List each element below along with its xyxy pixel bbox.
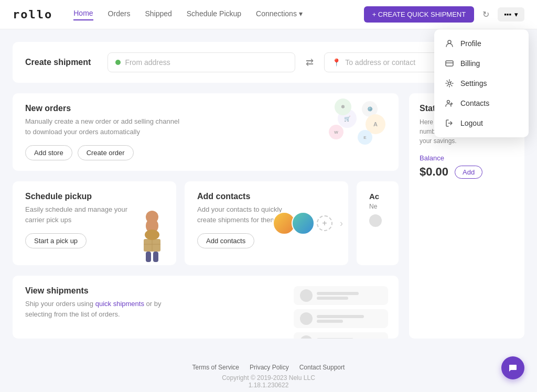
nav-schedule-pickup[interactable]: Schedule Pickup	[187, 9, 241, 20]
quick-shipments-link[interactable]: quick shipments	[95, 300, 144, 308]
nav-connections[interactable]: Connections ▾	[256, 9, 303, 20]
profile-label: Profile	[460, 39, 481, 48]
view-shipments-card: View shipments Ship your orders using qu…	[13, 276, 399, 339]
feature-cards-row: Schedule pickup Easily schedule and mana…	[13, 181, 399, 265]
shipment-avatar-1	[300, 289, 313, 302]
version-text: 1.18.1.230622	[13, 382, 524, 389]
footer: Terms of Service Privacy Policy Contact …	[0, 351, 537, 392]
schedule-pickup-title: Schedule pickup	[25, 192, 129, 201]
new-orders-title: New orders	[25, 104, 386, 113]
svg-point-4	[447, 101, 450, 103]
add-contacts-button[interactable]: Add contacts	[197, 233, 254, 248]
user-menu-button[interactable]: ▪▪▪ ▾	[498, 7, 524, 21]
shipment-lines-1	[317, 292, 359, 300]
third-card-icon	[369, 214, 382, 227]
chat-icon	[508, 363, 518, 373]
shipment-preview-row-3	[294, 332, 388, 339]
nav-orders[interactable]: Orders	[108, 9, 131, 20]
nav-links: Home Orders Shipped Schedule Pickup Conn…	[73, 9, 363, 20]
shipment-line	[317, 297, 348, 300]
dropdown-billing[interactable]: Billing	[434, 53, 529, 73]
third-card: Ac Ne	[357, 181, 399, 265]
chat-button[interactable]	[501, 356, 524, 379]
billing-label: Billing	[460, 59, 480, 68]
svg-rect-1	[446, 61, 453, 66]
third-card-title: Ac	[369, 192, 386, 201]
new-orders-desc: Manually create a new order or add selli…	[25, 116, 386, 137]
add-contacts-title: Add contacts	[197, 192, 291, 201]
contacts-icon	[445, 99, 454, 108]
shipments-preview	[294, 286, 388, 339]
privacy-link[interactable]: Privacy Policy	[250, 364, 289, 371]
new-orders-card: New orders Manually create a new order o…	[13, 93, 399, 171]
shipment-line	[317, 315, 364, 318]
third-card-desc: Ne	[369, 203, 386, 210]
create-quick-shipment-button[interactable]: + CREATE QUICK SHIPMENT	[364, 6, 475, 23]
person-icon	[445, 39, 454, 48]
card-icon	[445, 59, 454, 68]
schedule-pickup-desc: Easily schedule and manage your carrier …	[25, 204, 129, 225]
add-store-button[interactable]: Add store	[25, 145, 72, 160]
logout-label: Logout	[460, 119, 483, 127]
delivery-person-illustration	[133, 208, 171, 265]
user-avatar-icon: ▪▪▪	[504, 10, 511, 18]
logout-icon	[445, 118, 454, 128]
contacts-label: Contacts	[460, 99, 489, 107]
dropdown-profile[interactable]: Profile	[434, 34, 529, 53]
shipment-line	[317, 292, 359, 295]
create-shipment-title: Create shipment	[25, 58, 91, 67]
svg-rect-11	[153, 252, 158, 262]
shipment-preview-row-2	[294, 309, 388, 328]
add-balance-button[interactable]: Add	[455, 166, 482, 179]
shipment-lines-2	[317, 315, 364, 323]
nav-home[interactable]: Home	[73, 9, 93, 20]
svg-point-0	[448, 40, 451, 43]
footer-links: Terms of Service Privacy Policy Contact …	[13, 364, 524, 371]
copyright-text: Copyright © 2019-2023 Nelu LLC	[13, 374, 524, 382]
schedule-pickup-card: Schedule pickup Easily schedule and mana…	[13, 181, 176, 265]
settings-label: Settings	[460, 79, 487, 88]
shipment-line	[317, 320, 343, 323]
balance-label: Balance	[420, 154, 514, 162]
dropdown-contacts[interactable]: Contacts	[434, 93, 529, 113]
nav-shipped[interactable]: Shipped	[145, 9, 171, 20]
swap-icon[interactable]: ⇄	[304, 57, 316, 68]
svg-point-12	[145, 230, 159, 240]
chevron-down-icon: ▾	[514, 10, 518, 18]
dropdown-settings[interactable]: Settings	[434, 73, 529, 93]
add-contacts-card: Add contacts Add your contacts to quickl…	[185, 181, 348, 265]
contacts-avatars: +	[273, 212, 332, 235]
balance-row: $0.00 Add	[420, 165, 514, 179]
balance-amount: $0.00	[420, 165, 448, 179]
from-address-placeholder: From address	[125, 58, 170, 67]
from-address-input[interactable]: From address	[108, 52, 295, 72]
shipment-preview-row-1	[294, 286, 388, 305]
navbar: rollo Home Orders Shipped Schedule Picku…	[0, 0, 537, 29]
start-pickup-button[interactable]: Start a pick up	[25, 233, 87, 248]
nav-right: + CREATE QUICK SHIPMENT ↻ ▪▪▪ ▾	[364, 6, 524, 23]
shipment-lines-3	[317, 338, 353, 339]
contact-link[interactable]: Contact Support	[299, 364, 345, 371]
to-address-placeholder: To address or contact	[345, 58, 415, 67]
chevron-down-icon: ▾	[299, 9, 303, 18]
gear-icon	[445, 79, 454, 88]
add-contact-icon[interactable]: +	[317, 215, 332, 231]
logo: rollo	[13, 8, 52, 21]
create-order-button[interactable]: Create order	[78, 145, 134, 160]
dropdown-logout[interactable]: Logout	[434, 113, 529, 133]
new-orders-actions: Add store Create order	[25, 145, 386, 160]
shipment-avatar-2	[300, 312, 313, 325]
pin-icon: 📍	[332, 58, 341, 67]
refresh-button[interactable]: ↻	[480, 7, 491, 21]
left-column: New orders Manually create a new order o…	[13, 93, 399, 339]
from-dot-icon	[115, 60, 121, 65]
dropdown-menu: Profile Billing Settings Contacts	[434, 29, 529, 137]
svg-point-6	[146, 211, 158, 223]
chevron-right-icon[interactable]: ›	[340, 218, 343, 229]
shipment-line	[317, 338, 353, 339]
svg-rect-10	[146, 252, 151, 262]
shipment-avatar-3	[300, 335, 313, 339]
contact-avatar-2	[292, 212, 315, 235]
terms-link[interactable]: Terms of Service	[192, 364, 239, 371]
